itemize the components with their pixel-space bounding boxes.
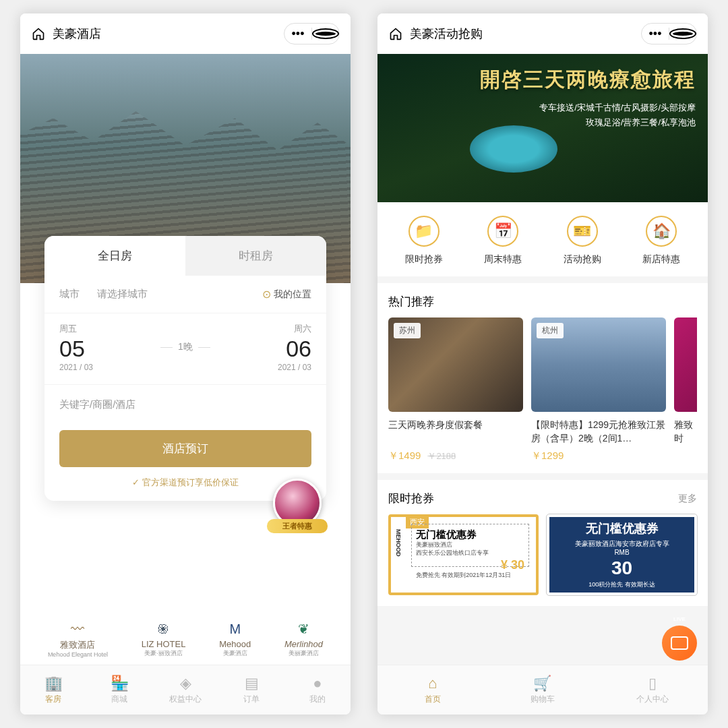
section-coupon: 限时抢券更多 西安 MEHOOD 无门槛优惠券 美豪丽致酒店 西安长乐公园地铁口… [377,480,708,606]
list-icon: ▤ [245,675,259,692]
tabbar-left: 🏢客房 🏪商城 ◈权益中心 ▤订单 ●我的 [20,665,351,715]
brand-row: 〰雅致酒店Mehood Elegant Hotel ֍LIZ HOTEL美豪·丽… [20,613,351,665]
keyword-input[interactable]: 关键字/商圈/酒店 [44,385,326,425]
shield-icon: ✓ [132,477,140,487]
cart-icon: 🛒 [533,675,551,692]
live-button[interactable]: LIVE [662,626,697,661]
hero-banner[interactable]: 開啓三天两晚療愈旅程 专车接送/宋城千古情/古风摄影/头部按摩 玫瑰足浴/营养三… [377,54,708,202]
brand-3[interactable]: MMehood美豪酒店 [219,620,251,658]
checkout: 周六 06 2021 / 03 [217,323,311,372]
section-title: 热门推荐 [388,294,434,309]
topbar: 美豪酒店 ••• [20,13,351,54]
tab-mall[interactable]: 🏪商城 [86,665,152,715]
tab-rooms[interactable]: 🏢客房 [20,665,86,715]
hotel-card-2[interactable]: 杭州 【限时特惠】1299元抢雅致江景房（含早）2晚（2间1… ￥1299 [531,317,666,462]
home-icon[interactable] [31,26,46,41]
tab-home[interactable]: ⌂首页 [377,665,487,715]
phone-right: 美豪活动抢购 ••• 開啓三天两晚療愈旅程 专车接送/宋城千古情/古风摄影/头部… [377,13,708,715]
shop-icon: 🏪 [111,675,129,692]
section-hot: 热门推荐 苏州 三天两晚养身度假套餐 ￥1499￥2188 杭州 【限时特惠】1… [377,283,708,473]
home-icon: ⌂ [428,675,437,692]
city-placeholder: 请选择城市 [97,288,262,301]
brand-1[interactable]: 〰雅致酒店Mehood Elegant Hotel [48,620,108,658]
doc-icon: ▯ [648,675,657,692]
capsule: ••• [284,23,340,44]
card-list[interactable]: 苏州 三天两晚养身度假套餐 ￥1499￥2188 杭州 【限时特惠】1299元抢… [388,317,697,462]
tab-fullday[interactable]: 全日房 [44,236,185,276]
book-button[interactable]: 酒店预订 [59,430,311,467]
tabbar-right: ⌂首页 🛒购物车 ▯个人中心 [377,665,708,715]
room-tabs: 全日房 时租房 [44,236,326,276]
house-icon: 🏠 [646,216,677,247]
scroll-area[interactable]: 開啓三天两晚療愈旅程 专车接送/宋城千古情/古风摄影/头部按摩 玫瑰足浴/营养三… [377,54,708,715]
hero-title: 開啓三天两晚療愈旅程 [390,66,696,94]
app-title: 美豪酒店 [53,26,101,42]
live-label: LIVE [673,616,686,622]
menu-coupons[interactable]: 📁限时抢券 [384,216,464,266]
tab-hourly[interactable]: 时租房 [185,236,326,276]
menu-newstore[interactable]: 🏠新店特惠 [622,216,702,266]
topbar-r: 美豪活动抢购 ••• [377,13,708,54]
date-picker[interactable]: 周五 05 2021 / 03 1晚 周六 06 2021 / 03 [44,313,326,385]
promo-badge[interactable]: 王者特惠 [267,479,328,539]
menu-flash[interactable]: 🎫活动抢购 [543,216,622,266]
hero-sub: 专车接送/宋城千古情/古风摄影/头部按摩 玫瑰足浴/营养三餐/私享泡池 [390,100,696,130]
folder-icon: 📁 [408,216,439,247]
app-title-r: 美豪活动抢购 [410,26,483,42]
my-location[interactable]: ⊙我的位置 [262,288,311,301]
target-icon[interactable] [669,28,696,39]
building-icon: 🏢 [44,675,63,692]
booking-card: 全日房 时租房 城市 请选择城市 ⊙我的位置 周五 05 2021 / 03 1… [44,236,326,501]
location-icon: ⊙ [262,288,271,301]
tab-profile[interactable]: ▯个人中心 [598,665,708,715]
nights: 1晚 [154,341,217,353]
phone-left: 美豪酒店 ••• 全日房 时租房 城市 请选择城市 ⊙我的位置 周五 05 20… [20,13,351,715]
capsule-r: ••• [641,23,697,44]
promo-ribbon: 王者特惠 [267,519,328,533]
checkin: 周五 05 2021 / 03 [59,323,154,372]
coupon-1[interactable]: 西安 MEHOOD 无门槛优惠券 美豪丽致酒店 西安长乐公园地铁口店专享 ¥ 3… [388,514,539,595]
home-icon[interactable] [388,26,403,41]
hotel-card-1[interactable]: 苏州 三天两晚养身度假套餐 ￥1499￥2188 [388,317,523,462]
tv-icon [671,636,688,650]
hotel-card-3[interactable]: 雅致时特… [674,317,697,462]
diamond-icon: ◈ [180,675,191,692]
target-icon[interactable] [312,28,339,39]
quick-menu: 📁限时抢券 📅周末特惠 🎫活动抢购 🏠新店特惠 [377,202,708,276]
tab-me[interactable]: ●我的 [284,665,351,715]
ticket-icon: 🎫 [567,216,598,247]
brand-4[interactable]: ❦Merlinhod美丽豪酒店 [284,620,323,658]
tab-cart[interactable]: 🛒购物车 [487,665,597,715]
tab-orders[interactable]: ▤订单 [218,665,284,715]
menu-weekend[interactable]: 📅周末特惠 [464,216,543,266]
more-link[interactable]: 更多 [678,493,697,505]
tab-benefits[interactable]: ◈权益中心 [152,665,218,715]
more-icon[interactable]: ••• [642,27,669,41]
coupon-2[interactable]: 无门槛优惠券 美豪丽致酒店海安市政府店专享 RMB 30 100积分抢先 有效期… [547,514,697,595]
city-row[interactable]: 城市 请选择城市 ⊙我的位置 [44,276,326,313]
more-icon[interactable]: ••• [284,27,311,41]
person-icon: ● [313,675,322,692]
brand-2[interactable]: ֍LIZ HOTEL美豪·丽致酒店 [142,620,186,658]
coupon-list: 西安 MEHOOD 无门槛优惠券 美豪丽致酒店 西安长乐公园地铁口店专享 ¥ 3… [388,514,697,595]
pool-graphic [470,125,557,173]
city-label: 城市 [59,288,97,301]
calendar-icon: 📅 [487,216,518,247]
